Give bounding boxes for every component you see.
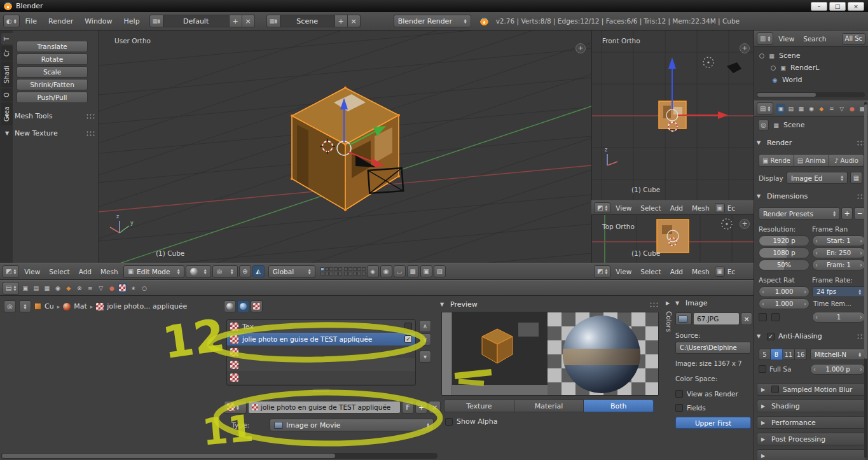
outliner-filter-select[interactable]: All Sc (842, 33, 865, 45)
snap-element-icon[interactable]: ▦ (407, 265, 419, 277)
menu-file[interactable]: File (20, 17, 43, 25)
menu-mesh[interactable]: Mesh (688, 204, 713, 212)
context-data-icon[interactable]: ▽ (96, 283, 106, 293)
menu-view[interactable]: View (20, 268, 44, 275)
editmode-icon[interactable]: ▣ (715, 267, 725, 277)
fps-select[interactable]: 24 fps (812, 286, 865, 297)
time-remap-field[interactable]: 1 (812, 312, 865, 323)
panel-header-performance[interactable]: ▶ Performance (757, 416, 866, 429)
editor-type-properties[interactable]: ▤ (3, 282, 19, 295)
render-opengl-anim-icon[interactable]: ▤ (434, 265, 446, 277)
lamp-object[interactable] (722, 219, 732, 229)
pin-icon[interactable]: ◎ (758, 120, 769, 130)
resolution-percent-slider[interactable]: 50% (759, 260, 809, 270)
display-select[interactable]: Image Ed (787, 172, 848, 184)
delete-layout-button[interactable]: × (242, 15, 255, 27)
editor-type-3dview[interactable]: ◩ (3, 265, 19, 278)
texture-slot-row-empty[interactable] (227, 345, 415, 358)
menu-view[interactable]: View (612, 268, 635, 275)
aspect-y-field[interactable]: 1.000 (759, 298, 809, 309)
editor-type-3dview[interactable]: ◩ (594, 265, 610, 278)
motion-blur-checkbox[interactable] (771, 386, 779, 393)
proportional-edit-icon[interactable]: ◉ (380, 265, 392, 277)
aa-samples-5[interactable]: 5 (759, 349, 771, 360)
panel-header-new-texture[interactable]: ▼ New Texture (5, 129, 95, 137)
fake-user-button[interactable]: F (402, 401, 414, 414)
add-preset-button[interactable]: + (841, 207, 853, 220)
push-pull-button[interactable]: Push/Pull (17, 92, 88, 103)
frame-end-field[interactable]: En: 250 (812, 247, 865, 258)
menu-select[interactable]: Select (45, 268, 73, 275)
other-textures-toggle[interactable] (251, 300, 263, 312)
texture-name-field[interactable]: jolie photo en guise de TEST appliquée (248, 401, 401, 414)
context-world-icon[interactable]: ◉ (53, 283, 62, 293)
context-world-icon[interactable]: ◉ (806, 104, 816, 114)
panel-drag-dots[interactable] (86, 130, 95, 136)
aa-samples-8[interactable]: 8 (771, 349, 783, 360)
viewport-3d-top[interactable]: Top Ortho (1) Cube + (591, 215, 754, 263)
breadcrumb-material[interactable]: Mat (74, 302, 87, 310)
crop-checkbox[interactable] (771, 313, 780, 321)
context-browse-icon[interactable] (19, 300, 31, 312)
render-opengl-icon[interactable]: ▣ (420, 265, 432, 277)
menu-help[interactable]: Help (118, 17, 146, 25)
new-texture-button[interactable]: + (415, 401, 427, 414)
manipulator-toggle-icon[interactable]: ⊕ (239, 265, 251, 277)
scrollbar-thumb[interactable] (2, 454, 335, 458)
translate-button[interactable]: Translate (17, 41, 88, 52)
upper-first-button[interactable]: Upper First (675, 417, 751, 429)
move-slot-down-button[interactable]: ∨ (419, 333, 431, 345)
resolution-x-slider[interactable]: 1920 p (759, 235, 809, 246)
context-material-icon[interactable]: ● (107, 283, 116, 293)
breadcrumb-object[interactable]: Cu (45, 302, 54, 310)
panel-header-sampled-motion-blur[interactable]: ▶ Sampled Motion Blur (757, 383, 866, 396)
panel-header-post-processing[interactable]: ▶ Post Processing (757, 433, 866, 445)
image-path-field[interactable]: C:\Users\Delphine (675, 342, 751, 354)
full-sample-checkbox[interactable] (759, 365, 766, 373)
border-checkbox[interactable] (759, 313, 767, 321)
add-scene-button[interactable]: + (335, 15, 348, 27)
texture-slot-row[interactable]: Tex (227, 320, 415, 333)
viewport-front-canvas[interactable]: z (592, 31, 754, 200)
add-layout-button[interactable]: + (230, 15, 242, 27)
menu-select[interactable]: Select (637, 204, 665, 212)
render-engine-select[interactable]: Blender Render (394, 15, 471, 27)
panel-drag-dots[interactable] (649, 302, 659, 307)
panel-header-mesh-tools[interactable]: ▼ Mesh Tools (5, 112, 95, 120)
material-textures-toggle[interactable] (224, 300, 236, 312)
context-texture-icon[interactable] (118, 283, 127, 293)
viewport-shading-select[interactable] (186, 265, 211, 278)
disclosure-icon[interactable] (759, 53, 764, 59)
context-render-layers-icon[interactable]: ▤ (31, 283, 41, 293)
move-slot-up-button[interactable]: ∧ (419, 320, 431, 332)
aspect-x-field[interactable]: 1.000 (759, 286, 809, 297)
pivot-center-select[interactable]: ◎ (212, 265, 238, 278)
menu-mesh[interactable]: Mesh (97, 268, 122, 275)
context-modifiers-icon[interactable]: ≡ (827, 104, 836, 114)
menu-search[interactable]: Search (799, 35, 830, 43)
menu-add[interactable]: Add (666, 204, 687, 212)
context-scene-icon[interactable]: ▦ (796, 104, 806, 114)
preview-material-button[interactable]: Material (514, 400, 584, 412)
delete-scene-button[interactable]: × (348, 15, 361, 27)
display-extra-icon[interactable]: ▦ (850, 172, 862, 184)
scene-browse-icon[interactable]: ▦ (266, 15, 280, 27)
image-name-field[interactable]: 67.JPG (693, 312, 740, 325)
context-material-icon[interactable]: ● (847, 104, 857, 114)
aa-size-field[interactable]: 1.000 p (810, 364, 865, 375)
panel-colors-collapsed[interactable]: ▶ Colors (663, 300, 675, 332)
lock-icon[interactable]: ◈ (367, 265, 379, 277)
texture-browse-button[interactable] (224, 401, 247, 414)
lamp-object[interactable] (703, 57, 713, 67)
context-modifiers-icon[interactable]: ≡ (85, 283, 95, 293)
shelf-tab-create[interactable]: Cr (1, 46, 13, 60)
manipulator-translate-icon[interactable]: ◭ (252, 265, 265, 277)
region-plus-icon[interactable]: + (740, 43, 750, 53)
render-audio-button[interactable]: ♪Audio (829, 154, 864, 167)
region-plus-icon[interactable]: + (575, 43, 586, 53)
shelf-tab-tools[interactable]: T (1, 33, 13, 45)
view-as-render-checkbox[interactable] (675, 390, 683, 398)
resolution-y-slider[interactable]: 1080 p (759, 247, 809, 258)
unlink-image-button[interactable]: × (741, 312, 752, 325)
frame-start-field[interactable]: Start: 1 (812, 235, 865, 246)
